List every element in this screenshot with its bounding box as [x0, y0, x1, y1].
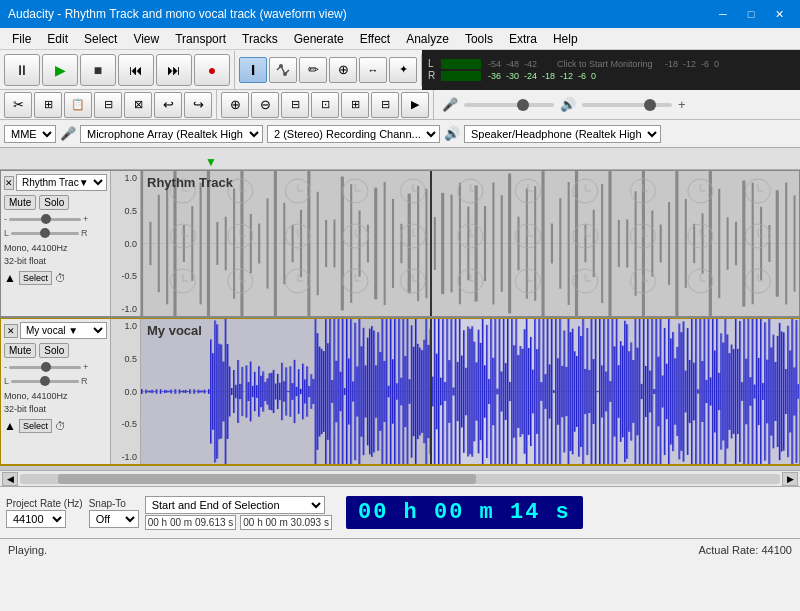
menu-select[interactable]: Select: [76, 28, 125, 50]
zoom-fit-button[interactable]: ⊡: [311, 92, 339, 118]
rhythm-mute-solo: Mute Solo: [4, 195, 107, 210]
trim-button[interactable]: ⊟: [94, 92, 122, 118]
close-button[interactable]: ✕: [766, 4, 792, 24]
vocal-pan-slider[interactable]: [11, 380, 79, 383]
rhythm-track-label: Rhythm Track: [147, 175, 233, 190]
rhythm-track-dropdown[interactable]: Rhythm Trac▼: [16, 174, 107, 191]
cut-button[interactable]: ✂: [4, 92, 32, 118]
skip-back-button[interactable]: ⏮: [118, 54, 154, 86]
vocal-track-close[interactable]: ✕: [4, 324, 18, 338]
tools-controls: I ✏ ⊕ ↔ ✦: [235, 54, 422, 86]
menu-file[interactable]: File: [4, 28, 39, 50]
timeshift-tool[interactable]: ↔: [359, 57, 387, 83]
snap-to-select[interactable]: Off: [89, 510, 139, 528]
selection-type-select[interactable]: Start and End of Selection: [145, 496, 325, 514]
vocal-pan-l: L: [4, 376, 9, 386]
rhythm-canvas: [141, 171, 799, 316]
sel-start-field[interactable]: 00 h 00 m 09.613 s: [145, 515, 237, 530]
menu-tools[interactable]: Tools: [457, 28, 501, 50]
paste-button[interactable]: 📋: [64, 92, 92, 118]
play-button[interactable]: ▶: [42, 54, 78, 86]
zoom-tool[interactable]: ⊕: [329, 57, 357, 83]
vocal-bottom-controls: ▲ Select ⏱: [4, 419, 107, 433]
menu-effect[interactable]: Effect: [352, 28, 398, 50]
menu-transport[interactable]: Transport: [167, 28, 234, 50]
zoom-in-button[interactable]: ⊕: [221, 92, 249, 118]
vocal-track-label: My vocal: [147, 323, 202, 338]
zoom-normal-button[interactable]: ⊟: [371, 92, 399, 118]
scroll-left-button[interactable]: ◀: [2, 472, 18, 486]
rhythm-track-name-row: ✕ Rhythm Trac▼: [4, 174, 107, 191]
tracks-area: ✕ Rhythm Trac▼ Mute Solo - + L: [0, 170, 800, 470]
input-level-control[interactable]: [464, 103, 554, 107]
input-device-dropdown[interactable]: Microphone Array (Realtek High: [80, 125, 263, 143]
meter-r-bar: [441, 71, 481, 81]
rhythm-gain-slider[interactable]: [9, 218, 81, 221]
scroll-track[interactable]: [20, 474, 780, 484]
scroll-right-button[interactable]: ▶: [782, 472, 798, 486]
rhythm-arrow-icon[interactable]: ▲: [4, 271, 16, 285]
rhythm-time-icon[interactable]: ⏱: [55, 272, 66, 284]
envelope-tool[interactable]: [269, 57, 297, 83]
zoom-out-button[interactable]: ⊖: [251, 92, 279, 118]
edit-controls: ✂ ⊞ 📋 ⊟ ⊠ ↩ ↪: [0, 90, 217, 120]
channels-dropdown[interactable]: 2 (Stereo) Recording Chann...: [267, 125, 440, 143]
undo-button[interactable]: ↩: [154, 92, 182, 118]
rhythm-pan-row: L R: [4, 228, 107, 238]
zoom-fit-h-button[interactable]: ⊞: [341, 92, 369, 118]
silence-button[interactable]: ⊠: [124, 92, 152, 118]
vocal-solo-button[interactable]: Solo: [39, 343, 69, 358]
rhythm-gain-minus: -: [4, 214, 7, 224]
menu-edit[interactable]: Edit: [39, 28, 76, 50]
playing-label: Playing.: [8, 544, 47, 556]
selection-area: Start and End of Selection 00 h 00 m 09.…: [145, 496, 332, 530]
scroll-thumb[interactable]: [58, 474, 476, 484]
redo-button[interactable]: ↪: [184, 92, 212, 118]
time-display: 00 h 00 m 14 s: [346, 496, 583, 529]
meter-scale-r: -36 -30 -24 -18 -12 -6 0: [488, 71, 596, 81]
menu-analyze[interactable]: Analyze: [398, 28, 457, 50]
toolbar-row2: ✂ ⊞ 📋 ⊟ ⊠ ↩ ↪ ⊕ ⊖ ⊟ ⊡ ⊞ ⊟ ▶ 🎤 🔊 +: [0, 90, 800, 120]
multi-tool[interactable]: ✦: [389, 57, 417, 83]
selection-tool[interactable]: I: [239, 57, 267, 83]
vocal-gain-slider[interactable]: [9, 366, 81, 369]
vocal-time-icon[interactable]: ⏱: [55, 420, 66, 432]
pause-button[interactable]: ⏸: [4, 54, 40, 86]
zoom-sel-button[interactable]: ⊟: [281, 92, 309, 118]
menu-extra[interactable]: Extra: [501, 28, 545, 50]
rhythm-pan-r: R: [81, 228, 88, 238]
menu-help[interactable]: Help: [545, 28, 586, 50]
zoom-toggle-button[interactable]: ▶: [401, 92, 429, 118]
rhythm-solo-button[interactable]: Solo: [39, 195, 69, 210]
vocal-mute-button[interactable]: Mute: [4, 343, 36, 358]
rhythm-pan-slider[interactable]: [11, 232, 79, 235]
vocal-pan-r: R: [81, 376, 88, 386]
rhythm-track-close[interactable]: ✕: [4, 176, 14, 190]
vocal-select-button[interactable]: Select: [19, 419, 52, 433]
rhythm-select-button[interactable]: Select: [19, 271, 52, 285]
copy-button[interactable]: ⊞: [34, 92, 62, 118]
menu-view[interactable]: View: [125, 28, 167, 50]
vocal-arrow-icon[interactable]: ▲: [4, 419, 16, 433]
timeline-ruler: ▼ 0 15 30 ▼ ▼: [0, 148, 800, 170]
record-button[interactable]: ●: [194, 54, 230, 86]
sel-end-field[interactable]: 00 h 00 m 30.093 s: [240, 515, 332, 530]
minimize-button[interactable]: ─: [710, 4, 736, 24]
rhythm-gain-row: - +: [4, 214, 107, 224]
snap-to-label: Snap-To: [89, 498, 126, 509]
rhythm-bottom-controls: ▲ Select ⏱: [4, 271, 107, 285]
mixer-controls: 🎤 🔊 +: [434, 95, 694, 114]
output-level-control[interactable]: [582, 103, 672, 107]
menu-tracks[interactable]: Tracks: [234, 28, 286, 50]
vocal-track-dropdown[interactable]: My vocal ▼: [20, 322, 107, 339]
rhythm-mute-button[interactable]: Mute: [4, 195, 36, 210]
draw-tool[interactable]: ✏: [299, 57, 327, 83]
maximize-button[interactable]: □: [738, 4, 764, 24]
stop-button[interactable]: ■: [80, 54, 116, 86]
menu-generate[interactable]: Generate: [286, 28, 352, 50]
device-bar: MME 🎤 Microphone Array (Realtek High 2 (…: [0, 120, 800, 148]
host-dropdown[interactable]: MME: [4, 125, 56, 143]
project-rate-select[interactable]: 44100: [6, 510, 66, 528]
output-device-dropdown[interactable]: Speaker/Headphone (Realtek High: [464, 125, 661, 143]
skip-forward-button[interactable]: ⏭: [156, 54, 192, 86]
